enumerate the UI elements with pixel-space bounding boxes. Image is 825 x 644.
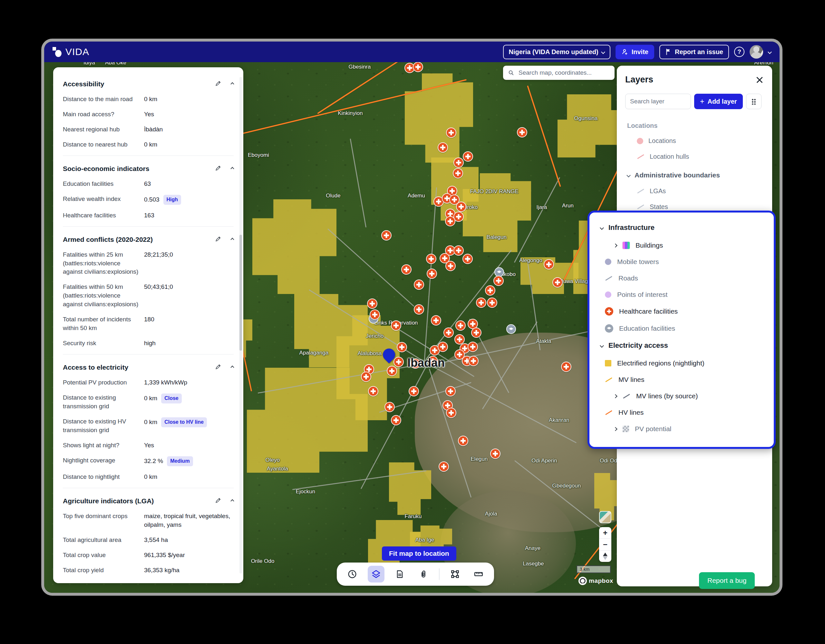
map-search-box[interactable]: [503, 66, 615, 80]
healthcare-facility-marker[interactable]: [485, 285, 495, 296]
layer-item[interactable]: MV lines (by source): [600, 392, 765, 400]
notes-document-button[interactable]: [391, 566, 408, 582]
chevron-right-icon[interactable]: [613, 243, 618, 248]
healthcare-facility-marker[interactable]: [453, 168, 463, 179]
layer-item[interactable]: Points of interest: [600, 291, 765, 299]
healthcare-facility-marker[interactable]: [387, 366, 397, 376]
healthcare-facility-marker[interactable]: [445, 386, 456, 396]
collapse-chevron-up-icon[interactable]: [230, 238, 234, 241]
healthcare-facility-marker[interactable]: [517, 127, 527, 137]
healthcare-facility-marker[interactable]: [544, 259, 554, 270]
healthcare-facility-marker[interactable]: [468, 342, 478, 352]
healthcare-facility-marker[interactable]: [462, 254, 473, 264]
map-search-input[interactable]: [518, 69, 609, 77]
healthcare-facility-marker[interactable]: [454, 334, 465, 345]
healthcare-facility-marker[interactable]: [397, 342, 407, 352]
healthcare-facility-marker[interactable]: [552, 277, 563, 288]
healthcare-facility-marker[interactable]: [438, 142, 448, 153]
healthcare-facility-marker[interactable]: [413, 62, 423, 72]
edit-pencil-icon[interactable]: [215, 364, 221, 371]
scrollbar-thumb[interactable]: [239, 235, 242, 351]
draw-polygon-button[interactable]: [446, 566, 463, 582]
healthcare-facility-marker[interactable]: [458, 436, 468, 446]
minimap-thumbnail[interactable]: [599, 511, 611, 523]
healthcare-facility-marker[interactable]: [471, 328, 482, 338]
healthcare-facility-marker[interactable]: [443, 328, 454, 338]
healthcare-facility-marker[interactable]: [446, 128, 456, 138]
healthcare-facility-marker[interactable]: [445, 216, 455, 226]
layer-item[interactable]: Healthcare facilities: [600, 307, 765, 316]
zoom-out-button[interactable]: −: [599, 538, 611, 550]
invite-button[interactable]: Invite: [615, 45, 654, 59]
healthcare-facility-marker[interactable]: [453, 157, 464, 168]
drag-handle-button[interactable]: [746, 94, 762, 109]
healthcare-facility-marker[interactable]: [414, 279, 424, 290]
layer-item[interactable]: Locations: [625, 137, 764, 145]
healthcare-facility-marker[interactable]: [385, 402, 395, 412]
collapse-chevron-up-icon[interactable]: [230, 366, 234, 369]
chevron-right-icon[interactable]: [613, 427, 618, 431]
layer-item[interactable]: PV potential: [600, 425, 765, 433]
healthcare-facility-marker[interactable]: [456, 202, 466, 212]
layer-item[interactable]: States: [625, 203, 764, 211]
measure-button[interactable]: [470, 566, 487, 582]
healthcare-facility-marker[interactable]: [463, 151, 473, 162]
fit-map-to-location-button[interactable]: Fit map to location: [382, 547, 456, 561]
healthcare-facility-marker[interactable]: [391, 320, 401, 331]
healthcare-facility-marker[interactable]: [446, 408, 456, 418]
edit-pencil-icon[interactable]: [215, 497, 221, 505]
edit-pencil-icon[interactable]: [215, 165, 221, 173]
layer-item[interactable]: MV lines: [600, 376, 765, 384]
healthcare-facility-marker[interactable]: [439, 461, 449, 472]
layer-group-infrastructure[interactable]: Infrastructure: [600, 223, 765, 232]
close-icon[interactable]: [755, 75, 764, 84]
layer-item[interactable]: LGAs: [625, 187, 764, 195]
layer-search-input[interactable]: [625, 94, 691, 109]
attachments-button[interactable]: [415, 566, 432, 582]
chevron-right-icon[interactable]: [613, 394, 618, 398]
layer-item[interactable]: Electrified regions (nightlight): [600, 359, 765, 367]
zoom-in-button[interactable]: +: [599, 527, 611, 538]
healthcare-facility-marker[interactable]: [381, 230, 392, 240]
healthcare-facility-marker[interactable]: [427, 268, 437, 279]
layer-item[interactable]: Mobile towers: [600, 258, 765, 266]
vida-logo[interactable]: VIDA: [53, 46, 89, 57]
healthcare-facility-marker[interactable]: [367, 299, 377, 309]
report-issue-button[interactable]: Report an issue: [659, 45, 729, 59]
layer-item[interactable]: Buildings: [600, 242, 765, 249]
add-layer-button[interactable]: + Add layer: [694, 94, 743, 109]
healthcare-facility-marker[interactable]: [431, 315, 441, 325]
edit-pencil-icon[interactable]: [215, 236, 221, 243]
country-selector-dropdown[interactable]: Nigeria (VIDA Demo updated): [503, 45, 610, 59]
education-facility-marker[interactable]: [506, 324, 516, 334]
healthcare-facility-marker[interactable]: [426, 254, 436, 264]
healthcare-facility-marker[interactable]: [468, 356, 479, 366]
help-icon[interactable]: ?: [734, 47, 745, 57]
healthcare-facility-marker[interactable]: [391, 415, 401, 425]
healthcare-facility-marker[interactable]: [368, 386, 379, 396]
avatar-chevron-down-icon[interactable]: [768, 50, 772, 54]
edit-pencil-icon[interactable]: [215, 80, 221, 88]
healthcare-facility-marker[interactable]: [493, 276, 504, 286]
layers-toggle-button[interactable]: [368, 566, 385, 582]
healthcare-facility-marker[interactable]: [361, 371, 371, 382]
healthcare-facility-marker[interactable]: [394, 357, 404, 367]
healthcare-facility-marker[interactable]: [409, 386, 419, 396]
compass-button[interactable]: [599, 550, 611, 562]
collapse-chevron-up-icon[interactable]: [230, 167, 234, 170]
healthcare-facility-marker[interactable]: [490, 448, 501, 459]
healthcare-facility-marker[interactable]: [414, 304, 424, 314]
healthcare-facility-marker[interactable]: [476, 297, 486, 308]
healthcare-facility-marker[interactable]: [455, 320, 466, 331]
report-a-bug-button[interactable]: Report a bug: [699, 572, 755, 589]
healthcare-facility-marker[interactable]: [370, 310, 380, 320]
healthcare-facility-marker[interactable]: [445, 261, 456, 271]
history-clock-button[interactable]: [344, 566, 361, 582]
user-avatar[interactable]: [749, 45, 763, 59]
healthcare-facility-marker[interactable]: [453, 245, 464, 256]
collapse-chevron-up-icon[interactable]: [230, 499, 234, 503]
layer-item[interactable]: Roads: [600, 274, 765, 282]
healthcare-facility-marker[interactable]: [401, 264, 411, 275]
healthcare-facility-marker[interactable]: [487, 297, 497, 308]
layer-group-administrative-boundaries[interactable]: Administrative boundaries: [627, 171, 764, 179]
